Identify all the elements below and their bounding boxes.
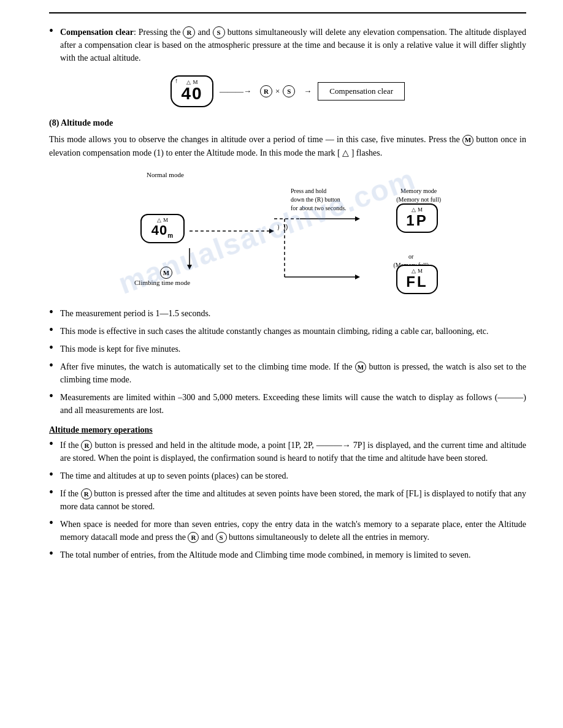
bullet-effective: • This mode is effective in such cases t… — [49, 325, 526, 338]
bullet-text-m5: Measurements are limited within –300 and… — [60, 391, 526, 417]
bullet-auto-climbing: • After five minutes, the watch is autom… — [49, 360, 526, 386]
climbing-mode-label: Climbing time mode — [134, 279, 190, 286]
bullet-text-am4: When space is needed for more than seven… — [60, 518, 526, 544]
bullet-seven-points: • The time and altitudes at up to seven … — [49, 469, 526, 482]
bullet-fl-displayed: • If the R button is pressed after the t… — [49, 487, 526, 513]
compensation-clear-diagram: △ M 40 ↑ ———→ R × S → Compensation clear — [49, 75, 526, 107]
bullet-text-am1: If the R button is pressed and held in t… — [60, 439, 526, 464]
bullet-text-m2: This mode is effective in such cases the… — [60, 325, 489, 338]
r-btn-am4: R — [188, 532, 199, 543]
bullet-text-m1: The measurement period is 1—1.5 seconds. — [60, 307, 210, 320]
bullet-text-m3: This mode is kept for five minutes. — [60, 343, 180, 355]
arrow-to-box: → — [301, 86, 312, 96]
svg-marker-3 — [355, 216, 360, 221]
bullet-dot-m1: • — [49, 306, 60, 318]
bullet-dot-am2: • — [49, 468, 60, 480]
altitude-memory-title: Altitude memory operations — [49, 425, 153, 434]
bullet-text-m4: After five minutes, the watch is automat… — [60, 360, 526, 386]
bullet-dot-am1: • — [49, 438, 60, 450]
bullet-dot-am3: • — [49, 486, 60, 498]
s-button: S — [283, 85, 295, 97]
s-btn-am4: S — [216, 532, 227, 543]
watch-normal-number: 40m — [151, 223, 174, 239]
bullet-dot-m3: • — [49, 341, 60, 354]
memory-mode-label: Memory mode(Memory not full) — [396, 187, 441, 204]
watch-normal: △ M 40m — [140, 214, 185, 243]
m-circle-btn: M — [160, 267, 172, 279]
bullet-dot-1: • — [49, 25, 60, 37]
m-button-diagram: M — [160, 267, 172, 279]
svg-marker-9 — [187, 265, 192, 270]
altitude-mode-paragraph: This mode allows you to observe the chan… — [49, 133, 526, 159]
bullet-total-entries: • The total number of entries, from the … — [49, 548, 526, 561]
altitude-mode-bullets: • The measurement period is 1—1.5 second… — [49, 307, 526, 417]
bullet-compensation-clear: • Compensation clear: Pressing the R and… — [49, 26, 526, 64]
normal-mode-label: Normal mode — [147, 171, 184, 178]
r-button: R — [260, 85, 272, 97]
m-btn-inline-2: M — [355, 362, 366, 373]
press-hold-label: Press and holddown the (R) buttonfor abo… — [291, 187, 347, 213]
watch-memory-fl: △ M FL — [396, 265, 438, 294]
m-button-inline: M — [462, 135, 473, 146]
bullet-text-am2: The time and altitudes at up to seven po… — [60, 469, 288, 482]
times-symbol: × — [275, 86, 280, 96]
bullet-space-needed: • When space is needed for more than sev… — [49, 518, 526, 544]
section-8-heading: (8) Altitude mode — [49, 118, 526, 128]
arrow-to-buttons: ———→ — [220, 86, 254, 96]
bullet-text-am3: If the R button is pressed after the tim… — [60, 487, 526, 513]
svg-text:）)): ）)) — [277, 223, 288, 230]
r-btn-am1: R — [81, 440, 92, 451]
top-border — [49, 12, 526, 13]
watch-up-arrow: ↑ — [175, 77, 178, 84]
bullet-r-pressed-held: • If the R button is pressed and held in… — [49, 439, 526, 464]
watch-memory-1p: △ M 1P — [396, 203, 438, 233]
r-button-inline: R — [183, 26, 195, 39]
bullet-measurements-limited: • Measurements are limited within –300 a… — [49, 391, 526, 417]
altitude-mode-diagram: ）)) Normal mode △ M 40m M Climbing time … — [128, 170, 447, 298]
section-8-title: (8) Altitude mode — [49, 118, 113, 127]
arrow-line-symbol: ———→ — [220, 86, 251, 96]
compensation-clear-box: Compensation clear — [318, 82, 405, 100]
watch-1p-number: 1P — [406, 213, 427, 229]
compensation-clear-text: Compensation clear: Pressing the R and S… — [60, 26, 526, 64]
bullet-dot-m5: • — [49, 390, 60, 402]
svg-marker-1 — [269, 229, 274, 233]
bullet-dot-am4: • — [49, 517, 60, 529]
compensation-clear-section: • Compensation clear: Pressing the R and… — [49, 26, 526, 64]
r-times-s: R × S — [260, 85, 295, 97]
bullet-dot-m4: • — [49, 359, 60, 371]
r-btn-am3: R — [81, 488, 92, 499]
bullet-dot-am5: • — [49, 547, 60, 559]
bullet-text-am5: The total number of entries, from the Al… — [60, 548, 471, 561]
compensation-clear-label: Compensation clear — [329, 86, 393, 96]
watch-fl-number: FL — [406, 274, 427, 290]
altitude-mode-diagram-container: ）)) Normal mode △ M 40m M Climbing time … — [49, 170, 526, 298]
watch-number: 40 — [181, 85, 202, 102]
arrow-line-symbol-2: → — [304, 86, 312, 96]
altitude-memory-bullets: • If the R button is pressed and held in… — [49, 439, 526, 561]
bullet-measurement-period: • The measurement period is 1—1.5 second… — [49, 307, 526, 320]
altitude-memory-heading: Altitude memory operations — [49, 425, 526, 435]
bullet-dot-m2: • — [49, 324, 60, 336]
bullet-five-minutes: • This mode is kept for five minutes. — [49, 343, 526, 355]
s-button-inline: S — [213, 26, 225, 39]
watch-normal-unit: m — [167, 232, 174, 239]
svg-marker-7 — [355, 275, 360, 279]
